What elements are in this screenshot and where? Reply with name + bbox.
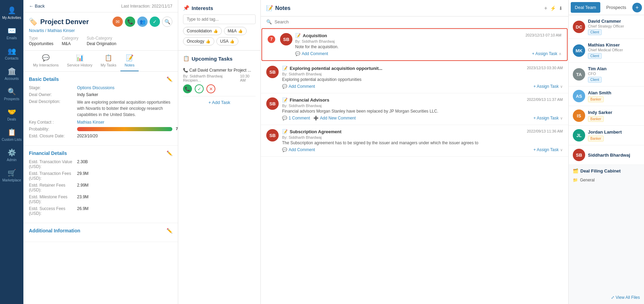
contacts-icon: 👥 — [8, 47, 16, 55]
add-comment-button-4[interactable]: 💬 Add Comment — [282, 147, 315, 152]
team-member-jordan-lambert: JL Jordan Lambert Banker — [569, 126, 644, 145]
task-title: 📞 Call David Crammer for Project ... — [183, 68, 256, 73]
note-footer-2: 💬 Add Comment + Assign Task ∨ — [282, 84, 563, 89]
add-new-comment-button-3[interactable]: ➕ Add New Comment — [313, 116, 356, 120]
assign-task-button-4[interactable]: + Assign Task ∨ — [534, 147, 563, 152]
folder-general[interactable]: 📁 General — [573, 176, 640, 184]
add-comment-button-2[interactable]: 💬 Add Comment — [282, 84, 315, 89]
note-avatar-4: SB — [266, 129, 279, 141]
deal-description-field: Deal Description: We are exploring poten… — [29, 99, 172, 118]
deal-team-tab[interactable]: Deal Team — [571, 2, 600, 13]
sidebar-item-custom-lists[interactable]: 📋 Custom Lists — [0, 125, 23, 144]
fin-row-1: Estd. Transaction Fees (USD): 29.9M — [29, 171, 172, 181]
filter-icon[interactable]: ⚡ — [550, 6, 556, 11]
tab-service-history[interactable]: 📊 Service History — [63, 51, 97, 71]
tag-oncology[interactable]: Oncology 👍 — [183, 37, 214, 45]
meeting-action-button[interactable]: 👥 — [137, 17, 148, 27]
badge-jordan-lambert: Banker — [588, 136, 604, 141]
add-note-icon[interactable]: + — [544, 5, 547, 11]
tab-notes[interactable]: 📝 Notes — [120, 51, 139, 71]
sidebar-item-deals[interactable]: 🤝 Deals — [0, 105, 23, 124]
note-content-3: 📝 Financial Advisors 2022/09/13 11:37 AM… — [282, 97, 563, 120]
notes-panel: 📝 Notes + ⚡ ⬇ 🔍 7 SB — [261, 0, 568, 304]
additional-info-edit-icon[interactable]: ✏️ — [167, 228, 172, 233]
download-icon[interactable]: ⬇ — [559, 6, 563, 11]
task-action-button[interactable]: ✓ — [150, 17, 160, 27]
view-all-files-button[interactable]: ⤢ View All Files — [569, 291, 644, 304]
deal-header-icon: 🏷️ — [29, 18, 37, 26]
tasks-icon: 📋 — [183, 55, 190, 62]
task-dismiss-button[interactable]: ✕ — [206, 84, 215, 93]
top-bar: ← Back Last Interaction: 2022/11/17 — [23, 0, 178, 12]
tab-my-tasks[interactable]: 📋 My Tasks — [97, 51, 121, 71]
note-title-1: 📝 Acquisition — [295, 33, 327, 38]
avatar-jordan-lambert: JL — [573, 129, 585, 141]
tab-interactions[interactable]: 💬 My Interactions — [29, 51, 63, 71]
sidebar-item-emails[interactable]: ✉️ Emails — [0, 24, 23, 43]
fin-row-2: Estd. Retainer Fees (USD): 2.99M — [29, 183, 172, 192]
note-badge-7: 7 — [268, 35, 275, 43]
note-item-exploration: SB 📝 Exploring potential acquisition opp… — [261, 62, 568, 93]
sidebar-item-admin[interactable]: ⚙️ Admin — [0, 146, 23, 165]
fin-row-0: Estd. Transaction Value (USD): 2.30B — [29, 159, 172, 169]
activities-icon: 👤 — [8, 6, 16, 14]
additional-info-title: Additional Information ✏️ — [29, 228, 172, 233]
tag-ma[interactable]: M&A 👍 — [224, 27, 247, 35]
tag-input[interactable] — [183, 14, 256, 24]
note-avatar-1: SB — [280, 33, 292, 45]
prospects-tab[interactable]: Prospects — [602, 2, 631, 13]
note-item-acquisition: 7 SB 📝 Acquisition 2023/12/13 07:10 AM B… — [261, 28, 568, 61]
deals-icon: 🤝 — [8, 108, 16, 116]
tag-consolidation[interactable]: Consolidation 👍 — [183, 27, 222, 35]
interactions-tab-icon: 💬 — [42, 54, 50, 62]
assign-task-button-1[interactable]: + Assign Task ∧ — [532, 51, 562, 56]
avatar-mathias-kinser: MK — [573, 44, 585, 57]
member-info-david-crammer: David Crammer Chief Strategy Officer Cli… — [588, 19, 640, 35]
notes-title: 📝 Notes — [266, 5, 290, 11]
note-header-3: 📝 Financial Advisors 2022/09/13 11:37 AM — [282, 97, 563, 103]
tasks-tab-icon: 📋 — [105, 54, 112, 62]
note-header-2: 📝 Exploring potential acquisition opport… — [282, 66, 563, 71]
sidebar-item-prospects[interactable]: 🔍 Prospects — [0, 85, 23, 104]
task-item-0: 📞 Call David Crammer for Project ... By:… — [183, 65, 256, 96]
financial-details-edit-icon[interactable]: ✏️ — [167, 150, 172, 156]
add-team-member-button[interactable]: + — [632, 3, 642, 12]
additional-info-section: Additional Information ✏️ — [23, 223, 178, 242]
search-icon: 🔍 — [266, 19, 272, 24]
sidebar-item-marketplace[interactable]: 🛒 Marketplace — [0, 166, 23, 185]
team-members-list: DC David Crammer Chief Strategy Officer … — [569, 15, 644, 165]
sidebar: 👤 My Activities ✉️ Emails 👥 Contacts 🏛️ … — [0, 0, 23, 304]
expand-icon-1: ∧ — [559, 52, 561, 56]
sidebar-item-activities[interactable]: 👤 My Activities — [0, 3, 23, 22]
sidebar-item-accounts[interactable]: 🏛️ Accounts — [0, 64, 23, 83]
sidebar-item-contacts[interactable]: 👥 Contacts — [0, 44, 23, 63]
search-action-button[interactable]: 🔍 — [162, 17, 172, 27]
note-avatar-3: SB — [266, 97, 279, 110]
closure-date-field: Estd. Closure Date: 2023/10/20 — [29, 134, 172, 138]
task-call-button[interactable]: 📞 — [183, 84, 192, 93]
back-button[interactable]: ← Back — [29, 3, 45, 9]
call-action-button[interactable]: 📞 — [125, 17, 135, 27]
assign-task-button-3[interactable]: + Assign Task ∨ — [534, 116, 563, 120]
notes-search-input[interactable] — [275, 19, 563, 24]
basic-details-edit-icon[interactable]: ✏️ — [167, 76, 172, 82]
assign-task-button-2[interactable]: + Assign Task ∨ — [534, 84, 563, 89]
comment-icon-1: 💬 — [295, 51, 300, 56]
team-member-david-crammer: DC David Crammer Chief Strategy Officer … — [569, 15, 644, 39]
note-edit-icon-1: 📝 — [295, 33, 301, 38]
add-comment-button-1[interactable]: 💬 Add Comment — [295, 51, 328, 56]
note-footer-4: 💬 Add Comment + Assign Task ∨ — [282, 147, 563, 152]
tag-usa[interactable]: USA 👍 — [216, 37, 239, 45]
comment-count-button-3[interactable]: 💬 1 Comment — [282, 116, 310, 120]
comment-icon-4: 💬 — [282, 147, 287, 152]
financial-details-section: Financial Details ✏️ Estd. Transaction V… — [23, 146, 178, 223]
expand-icon-2: ∨ — [560, 84, 563, 89]
member-info-tim-alan: Tim Alan CFO Client — [588, 66, 640, 83]
task-complete-button[interactable]: ✓ — [195, 84, 204, 93]
deal-type: Type Opportunities — [29, 36, 53, 46]
marketplace-icon: 🛒 — [8, 169, 16, 177]
right-panel: Deal Team Prospects + DC David Crammer C… — [568, 0, 644, 304]
add-task-button[interactable]: + Add Task — [183, 96, 256, 108]
note-avatar-2: SB — [266, 66, 279, 78]
email-action-button[interactable]: ✉ — [112, 17, 123, 27]
